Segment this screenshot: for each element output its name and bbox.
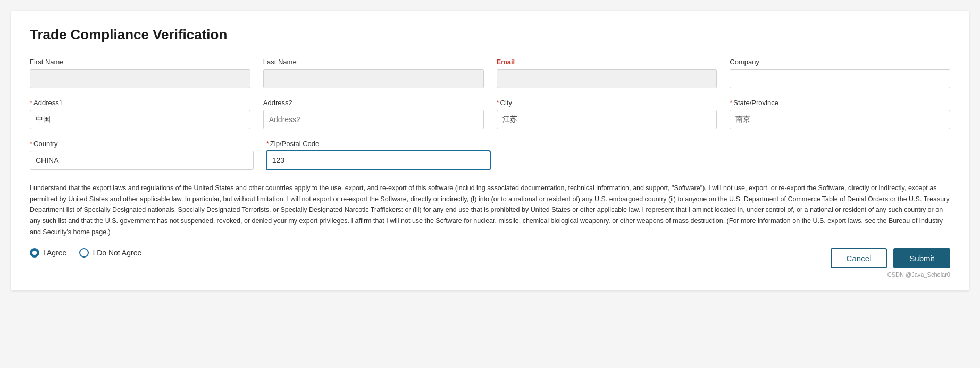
company-field: Company Other	[730, 58, 950, 88]
i-do-not-agree-option[interactable]: I Do Not Agree	[79, 248, 141, 258]
address2-input[interactable]	[263, 110, 484, 129]
form-row-1: First Name Last Name Email Company Other	[30, 58, 950, 88]
zip-input[interactable]	[266, 151, 490, 170]
city-required-star: *	[497, 99, 499, 107]
city-field: *City	[497, 99, 717, 129]
address1-field: *Address1	[30, 99, 250, 129]
city-label: *City	[497, 99, 717, 107]
address2-field: Address2	[263, 99, 484, 129]
address1-input[interactable]	[30, 110, 250, 129]
first-name-input[interactable]	[30, 69, 250, 88]
last-name-input[interactable]	[263, 69, 484, 88]
city-input[interactable]	[497, 110, 717, 129]
trade-compliance-card: Trade Compliance Verification First Name…	[11, 11, 969, 290]
legal-text: I understand that the export laws and re…	[30, 183, 950, 237]
country-input[interactable]	[30, 151, 254, 170]
address1-required-star: *	[30, 99, 32, 107]
country-required-star: *	[30, 140, 32, 148]
agreement-row: I Agree I Do Not Agree	[30, 248, 141, 258]
address1-label: *Address1	[30, 99, 250, 107]
country-field: *Country	[30, 140, 254, 170]
first-name-field: First Name	[30, 58, 250, 88]
button-row: Cancel Submit	[831, 248, 950, 268]
company-label: Company	[730, 58, 950, 66]
first-name-label: First Name	[30, 58, 250, 66]
form-row-3: *Country *Zip/Postal Code	[30, 140, 950, 170]
page-title: Trade Compliance Verification	[30, 27, 950, 43]
i-agree-label: I Agree	[43, 249, 66, 257]
zip-field: *Zip/Postal Code	[266, 140, 490, 170]
email-label: Email	[497, 58, 717, 66]
email-input[interactable]	[497, 69, 717, 88]
last-name-label: Last Name	[263, 58, 484, 66]
email-field: Email	[497, 58, 717, 88]
i-agree-option[interactable]: I Agree	[30, 248, 66, 258]
last-name-field: Last Name	[263, 58, 484, 88]
i-agree-radio[interactable]	[30, 248, 39, 258]
empty-spacer	[503, 140, 951, 170]
address2-label: Address2	[263, 99, 484, 107]
zip-required-star: *	[266, 140, 269, 148]
state-province-input[interactable]	[730, 110, 950, 129]
country-label: *Country	[30, 140, 254, 148]
footer-note: CSDN @Java_Scholar0	[30, 271, 950, 278]
state-province-label: *State/Province	[730, 99, 950, 107]
state-required-star: *	[730, 99, 732, 107]
i-do-not-agree-label: I Do Not Agree	[93, 249, 141, 257]
bottom-row: I Agree I Do Not Agree Cancel Submit	[30, 248, 950, 268]
zip-label: *Zip/Postal Code	[266, 140, 490, 148]
submit-button[interactable]: Submit	[893, 248, 950, 268]
form-row-2: *Address1 Address2 *City *State/Province	[30, 99, 950, 129]
state-province-field: *State/Province	[730, 99, 950, 129]
i-do-not-agree-radio[interactable]	[79, 248, 89, 258]
cancel-button[interactable]: Cancel	[831, 248, 887, 268]
company-input[interactable]: Other	[730, 69, 950, 88]
